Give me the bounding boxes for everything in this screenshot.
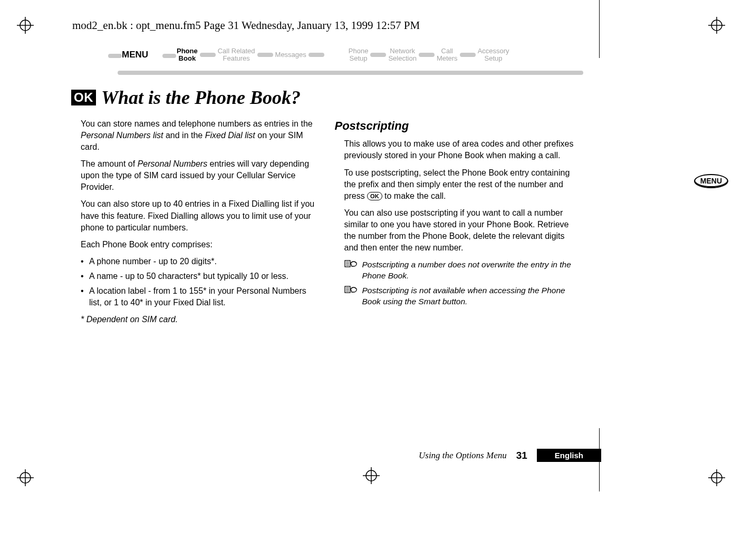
paragraph: The amount of Personal Numbers entries w… bbox=[81, 158, 317, 193]
page-title: What is the Phone Book? bbox=[101, 86, 301, 109]
paragraph: You can also store up to 40 entries in a… bbox=[81, 198, 317, 233]
menu-path-connector bbox=[257, 53, 273, 57]
right-column: Postscripting This allows you to make us… bbox=[335, 118, 581, 331]
note-hand-icon bbox=[344, 259, 358, 282]
menu-path-item-phone-book: Phone Book bbox=[177, 47, 198, 63]
list-item: A location label - from 1 to 155* in you… bbox=[81, 285, 317, 308]
menu-path-item-line2: Features bbox=[218, 55, 255, 62]
menu-path-item-phone-setup: Phone Setup bbox=[349, 47, 369, 63]
menu-path: MENU Phone Book Call Related Features Me… bbox=[71, 46, 580, 78]
ok-key-icon: OK bbox=[367, 192, 382, 200]
list-item: A phone number - up to 20 digits*. bbox=[81, 256, 317, 267]
text: The amount of bbox=[81, 159, 138, 168]
menu-path-item-line1: Call Related bbox=[218, 47, 255, 55]
footer-language-badge: English bbox=[537, 449, 601, 462]
menu-path-connector bbox=[309, 53, 324, 57]
menu-path-item-line1: Accessory bbox=[478, 47, 509, 55]
menu-path-root: MENU bbox=[122, 50, 148, 60]
paragraph: Each Phone Book entry comprises: bbox=[81, 239, 317, 250]
ok-badge-icon: OK bbox=[71, 90, 96, 105]
paragraph: This allows you to make use of area code… bbox=[344, 138, 581, 161]
side-tab-menu-label: MENU bbox=[694, 174, 728, 188]
registration-mark-icon bbox=[708, 469, 725, 486]
menu-path-connector bbox=[370, 53, 386, 57]
paragraph: You can store names and telephone number… bbox=[81, 118, 317, 153]
menu-path-connector bbox=[162, 54, 176, 58]
menu-path-item-call-meters: Call Meters bbox=[437, 47, 458, 63]
footer-page-number: 31 bbox=[516, 450, 527, 461]
note-text: Postscripting a number does not overwrit… bbox=[362, 259, 581, 282]
menu-path-item-messages: Messages bbox=[275, 51, 306, 59]
note-hand-icon bbox=[344, 285, 358, 307]
menu-path-connector bbox=[200, 53, 216, 57]
text-italic: Personal Numbers list bbox=[81, 131, 163, 140]
menu-path-item-call-related: Call Related Features bbox=[218, 47, 255, 63]
registration-mark-icon bbox=[708, 17, 725, 34]
menu-path-item-line2: Meters bbox=[437, 55, 458, 62]
note: Postscripting is not available when acce… bbox=[344, 285, 581, 307]
footnote: * Dependent on SIM card. bbox=[81, 314, 317, 325]
paragraph: To use postscripting, select the Phone B… bbox=[344, 167, 581, 202]
left-column: You can store names and telephone number… bbox=[71, 118, 317, 331]
menu-path-item-line2: Book bbox=[177, 55, 198, 62]
paragraph: You can also use postscripting if you wa… bbox=[344, 207, 581, 254]
subheading-postscripting: Postscripting bbox=[335, 118, 581, 134]
menu-path-connector bbox=[108, 54, 122, 58]
running-header: mod2_en.bk : opt_menu.fm5 Page 31 Wednes… bbox=[72, 19, 420, 32]
menu-path-item-line1: Network bbox=[388, 47, 416, 55]
menu-path-item-accessory-setup: Accessory Setup bbox=[478, 47, 509, 63]
menu-path-item-line1: Phone bbox=[177, 47, 198, 55]
menu-path-connector bbox=[460, 53, 476, 57]
menu-path-item-line1: Call bbox=[437, 47, 458, 55]
text-italic: Fixed Dial list bbox=[205, 131, 255, 140]
menu-path-item-line2: Setup bbox=[349, 55, 369, 62]
menu-path-underline bbox=[118, 71, 583, 75]
menu-path-item-line2: Setup bbox=[478, 55, 509, 62]
menu-path-connector bbox=[419, 53, 435, 57]
side-tab-menu: MENU bbox=[694, 174, 728, 188]
text: to make the call. bbox=[382, 191, 446, 200]
page-footer: Using the Options Menu 31 English bbox=[71, 449, 601, 462]
menu-path-item-line1: Messages bbox=[275, 51, 306, 59]
note-text: Postscripting is not available when acce… bbox=[362, 285, 581, 307]
text-italic: Personal Numbers bbox=[138, 159, 208, 168]
list-item: A name - up to 50 characters* but typica… bbox=[81, 271, 317, 282]
text: and in the bbox=[163, 131, 205, 140]
bullet-list: A phone number - up to 20 digits*. A nam… bbox=[71, 256, 317, 308]
crop-line bbox=[599, 0, 600, 58]
registration-mark-icon bbox=[363, 467, 380, 486]
footer-section-title: Using the Options Menu bbox=[419, 450, 507, 461]
registration-mark-icon bbox=[17, 17, 34, 34]
menu-path-item-line1: Phone bbox=[349, 47, 369, 55]
menu-path-item-network-selection: Network Selection bbox=[388, 47, 416, 63]
registration-mark-icon bbox=[17, 469, 34, 486]
menu-path-item-line2: Selection bbox=[388, 55, 416, 62]
note: Postscripting a number does not overwrit… bbox=[344, 259, 581, 282]
text: You can store names and telephone number… bbox=[81, 119, 313, 128]
